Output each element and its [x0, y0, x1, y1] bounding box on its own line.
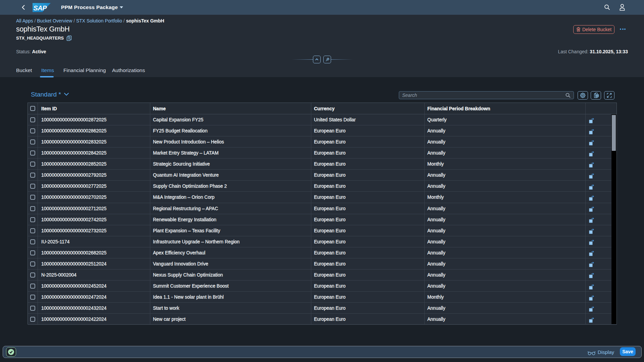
svg-text:SAP: SAP	[34, 4, 47, 12]
